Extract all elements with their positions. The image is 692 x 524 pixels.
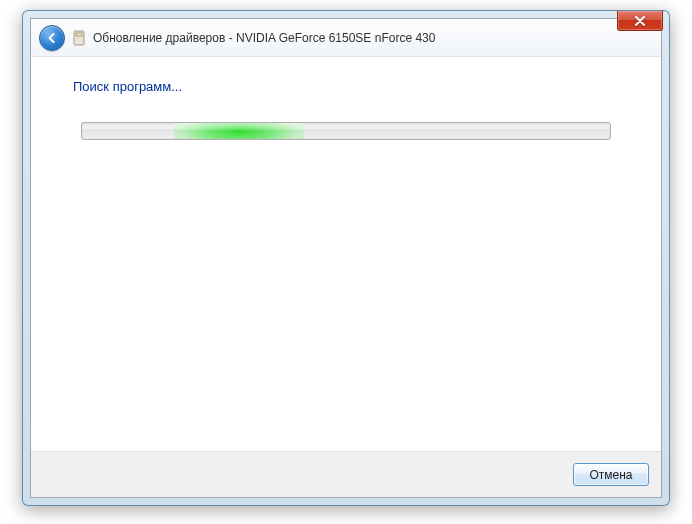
- header-bar: Обновление драйверов - NVIDIA GeForce 61…: [31, 19, 661, 57]
- close-icon: [634, 16, 646, 26]
- cancel-button[interactable]: Отмена: [573, 463, 649, 486]
- device-icon: [72, 29, 86, 47]
- footer-bar: Отмена: [31, 451, 661, 497]
- progress-bar: [81, 122, 611, 140]
- dialog-title: Обновление драйверов - NVIDIA GeForce 61…: [93, 31, 435, 45]
- status-heading: Поиск программ...: [67, 79, 625, 94]
- titlebar-buttons: [617, 11, 663, 31]
- progress-indicator: [174, 123, 304, 139]
- svg-rect-1: [76, 33, 82, 36]
- content-area: Поиск программ...: [31, 57, 661, 451]
- dialog-window: Обновление драйверов - NVIDIA GeForce 61…: [22, 10, 670, 506]
- close-button[interactable]: [617, 11, 663, 31]
- back-button[interactable]: [39, 25, 65, 51]
- client-area: Обновление драйверов - NVIDIA GeForce 61…: [30, 18, 662, 498]
- arrow-left-icon: [45, 31, 59, 45]
